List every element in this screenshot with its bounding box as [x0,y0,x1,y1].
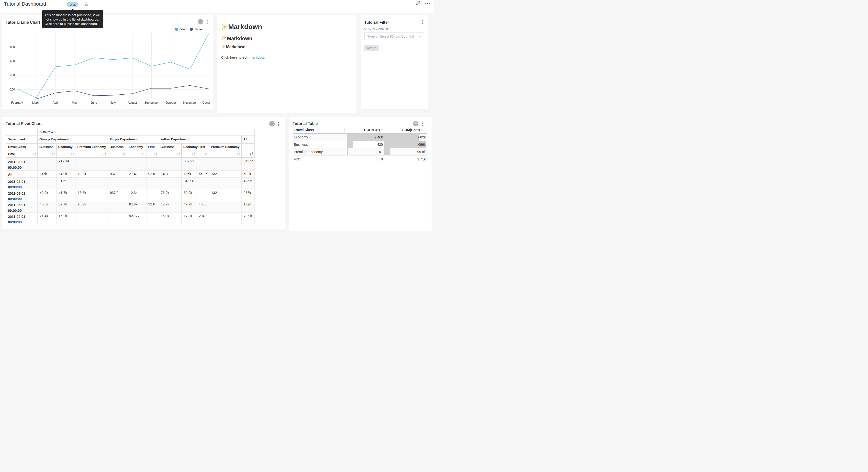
svg-text:March: March [32,101,40,105]
svg-text:August: August [128,101,137,105]
svg-text:June: June [91,101,97,105]
svg-text:800: 800 [10,46,15,49]
svg-text:February: February [11,101,23,105]
svg-text:May: May [72,101,78,105]
svg-text:October: October [165,101,176,105]
svg-text:200: 200 [10,88,15,91]
svg-text:November: November [183,101,196,105]
svg-text:December: December [203,101,210,105]
svg-text:600: 600 [10,59,15,63]
svg-text:April: April [53,101,58,105]
svg-text:Single: Single [194,28,202,31]
svg-text:400: 400 [10,73,15,77]
svg-text:September: September [144,101,159,105]
svg-text:July: July [111,101,116,105]
svg-text:Return: Return [179,28,188,31]
